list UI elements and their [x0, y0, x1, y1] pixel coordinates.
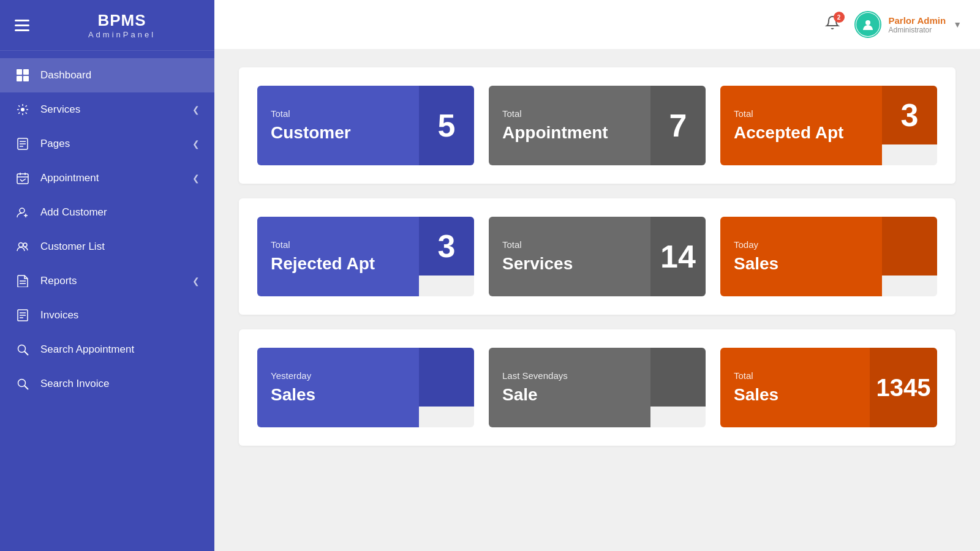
svg-line-25	[24, 351, 28, 355]
svg-point-24	[18, 345, 26, 353]
chevron-icon: ❮	[192, 276, 200, 286]
svg-point-26	[18, 380, 26, 387]
svg-rect-2	[17, 76, 22, 81]
chevron-icon: ❮	[192, 173, 200, 183]
nav-list: Dashboard Services ❮ Pages	[0, 51, 214, 408]
hamburger-button[interactable]	[12, 17, 32, 34]
stat-title: Services	[502, 253, 637, 274]
sidebar-item-label: Invoices	[40, 309, 200, 321]
brand-title: BPMS	[42, 11, 202, 30]
brand-subtitle: AdminPanel	[42, 30, 202, 39]
stat-title: Sales	[734, 253, 869, 274]
sidebar-header: BPMS AdminPanel	[0, 0, 214, 51]
sidebar-item-appointment[interactable]: Appointment ❮	[0, 161, 214, 195]
stat-row-1: Total Customer 5 Total Appointment	[239, 67, 956, 184]
stat-value: 5	[438, 107, 456, 144]
stat-label-top: Today	[734, 239, 869, 250]
sidebar-item-label: Reports	[40, 275, 192, 287]
add-customer-icon	[15, 204, 31, 220]
svg-line-27	[24, 386, 28, 389]
stat-label-top: Total	[271, 239, 405, 250]
svg-point-13	[20, 208, 24, 213]
stat-title: Rejected Apt	[271, 253, 405, 274]
sidebar-item-label: Appointment	[40, 172, 192, 184]
sidebar-item-label: Pages	[40, 138, 192, 150]
stat-title: Customer	[271, 122, 405, 143]
user-dropdown-chevron: ▼	[953, 20, 962, 29]
stat-row-2: Total Rejected Apt 3 Total	[239, 198, 956, 315]
sidebar-item-label: Search Invoice	[40, 378, 200, 390]
dashboard-content: Total Customer 5 Total Appointment	[214, 49, 980, 551]
stat-card-total-customer: Total Customer 5	[257, 86, 474, 165]
stat-label-top: Total	[502, 108, 637, 119]
svg-point-16	[19, 243, 23, 247]
sidebar-item-dashboard[interactable]: Dashboard	[0, 58, 214, 92]
stat-label-top: Last Sevendays	[502, 370, 637, 381]
sidebar-item-search-appointment[interactable]: Search Appointment	[0, 332, 214, 367]
reports-icon	[15, 273, 31, 289]
sidebar-item-label: Add Customer	[40, 206, 200, 219]
svg-rect-1	[23, 69, 29, 75]
stat-card-accepted-apt: Total Accepted Apt 3	[720, 86, 937, 165]
stat-value: 14	[660, 238, 696, 275]
user-role: Administrator	[889, 26, 946, 34]
stat-row-3: Yesterday Sales Last Sevendays	[239, 329, 956, 446]
stat-label-top: Total	[502, 239, 637, 250]
stat-label-top: Yesterday	[271, 370, 405, 381]
search-invoice-icon	[15, 376, 31, 392]
stat-label-top: Total	[734, 370, 856, 381]
chevron-icon: ❮	[192, 105, 200, 114]
stat-card-rejected-apt: Total Rejected Apt 3	[257, 217, 474, 296]
sidebar-item-customer-list[interactable]: Customer List	[0, 230, 214, 264]
chevron-icon: ❮	[192, 139, 200, 149]
services-icon	[15, 102, 31, 118]
sidebar-item-invoices[interactable]: Invoices	[0, 298, 214, 332]
stat-title: Sales	[734, 384, 856, 405]
svg-point-17	[23, 243, 27, 247]
stat-label-top: Total	[271, 108, 405, 119]
topbar: 2 Parlor Admin Administrator ▼	[214, 0, 980, 49]
sidebar-item-reports[interactable]: Reports ❮	[0, 264, 214, 298]
user-block[interactable]: Parlor Admin Administrator ▼	[854, 11, 962, 38]
sidebar-item-add-customer[interactable]: Add Customer	[0, 195, 214, 230]
stat-card-last-sevendays-sale: Last Sevendays Sale	[489, 348, 706, 427]
stat-title: Sales	[271, 384, 405, 405]
user-name: Parlor Admin	[889, 15, 946, 26]
sidebar-item-label: Dashboard	[40, 69, 200, 81]
stat-card-total-services: Total Services 14	[489, 217, 706, 296]
invoices-icon	[15, 307, 31, 323]
stat-value: 7	[669, 107, 687, 144]
stat-value: 3	[901, 97, 919, 133]
main-area: 2 Parlor Admin Administrator ▼	[214, 0, 980, 551]
stat-card-total-appointment: Total Appointment 7	[489, 86, 706, 165]
stat-card-yesterday-sales: Yesterday Sales	[257, 348, 474, 427]
brand-block: BPMS AdminPanel	[42, 11, 202, 39]
svg-rect-0	[17, 69, 22, 75]
user-avatar	[854, 11, 881, 38]
svg-rect-3	[23, 76, 29, 81]
stat-value: 3	[438, 228, 456, 264]
notification-badge: 2	[834, 12, 845, 23]
stat-card-today-sales: Today Sales	[720, 217, 937, 296]
stat-card-total-sales: Total Sales 1345	[720, 348, 937, 427]
user-info: Parlor Admin Administrator	[889, 15, 946, 34]
svg-point-28	[865, 20, 870, 25]
search-appointment-icon	[15, 342, 31, 358]
stat-title: Sale	[502, 384, 637, 405]
stat-value: 1345	[876, 374, 931, 402]
sidebar: BPMS AdminPanel Dashboard	[0, 0, 214, 551]
sidebar-item-label: Services	[40, 103, 192, 116]
sidebar-item-pages[interactable]: Pages ❮	[0, 127, 214, 161]
sidebar-item-label: Search Appointment	[40, 343, 200, 356]
sidebar-item-label: Customer List	[40, 241, 200, 253]
stat-label-top: Total	[734, 108, 869, 119]
avatar-inner	[856, 13, 880, 36]
pages-icon	[15, 136, 31, 152]
svg-point-4	[21, 108, 24, 111]
stat-title: Accepted Apt	[734, 122, 869, 143]
stat-title: Appointment	[502, 122, 637, 143]
appointment-icon	[15, 170, 31, 186]
sidebar-item-search-invoice[interactable]: Search Invoice	[0, 367, 214, 401]
sidebar-item-services[interactable]: Services ❮	[0, 92, 214, 127]
notification-button[interactable]: 2	[823, 13, 842, 36]
